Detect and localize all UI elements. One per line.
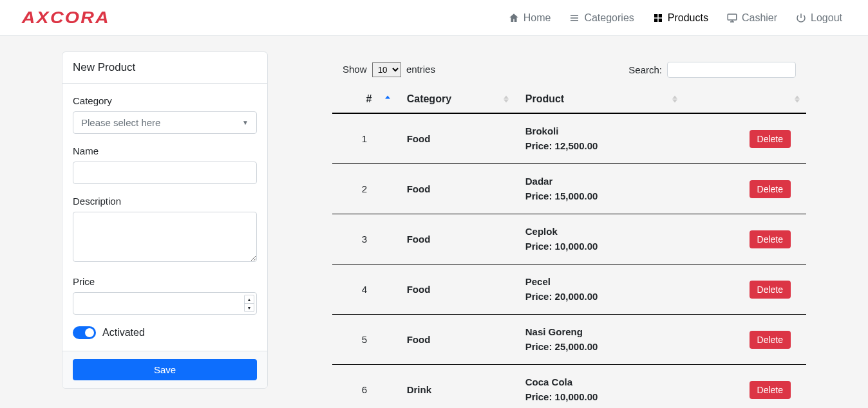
delete-button[interactable]: Delete <box>750 230 791 248</box>
row-category: Food <box>397 164 515 214</box>
col-product[interactable]: Product <box>515 86 684 113</box>
col-idx-label: # <box>366 93 372 104</box>
description-input[interactable] <box>73 212 257 262</box>
sort-down-icon <box>672 100 677 103</box>
sort-up-icon <box>795 96 800 99</box>
row-actions: Delete <box>684 214 806 264</box>
row-actions: Delete <box>684 264 806 315</box>
table-row: 6DrinkCoca ColaPrice: 10,000.00Delete <box>332 365 806 409</box>
price-input[interactable] <box>73 292 257 315</box>
nav-products-label: Products <box>668 12 708 24</box>
row-product: PecelPrice: 20,000.00 <box>515 264 684 315</box>
switch-knob <box>85 328 94 337</box>
power-icon <box>795 12 807 24</box>
description-label: Description <box>73 196 257 207</box>
category-group: Category Please select here ▼ <box>73 95 257 134</box>
products-table: # Category Product <box>332 86 806 408</box>
row-product: Nasi GorengPrice: 25,000.00 <box>515 315 684 365</box>
table-row: 4FoodPecelPrice: 20,000.00Delete <box>332 264 806 315</box>
activated-label: Activated <box>102 327 145 338</box>
sort-icons <box>504 96 509 103</box>
activated-row: Activated <box>73 326 257 339</box>
row-idx: 4 <box>332 264 397 315</box>
svg-rect-0 <box>728 14 737 20</box>
row-idx: 5 <box>332 315 397 365</box>
nav-products[interactable]: Products <box>652 12 708 24</box>
col-actions[interactable] <box>684 86 806 113</box>
table-controls: Show 10 entries Search: <box>332 62 806 86</box>
nav-cashier[interactable]: Cashier <box>726 12 777 24</box>
nav-home[interactable]: Home <box>508 12 551 24</box>
show-label: Show <box>343 64 367 75</box>
delete-button[interactable]: Delete <box>750 281 791 299</box>
row-product: CeplokPrice: 10,000.00 <box>515 214 684 264</box>
sort-up-icon <box>672 96 677 99</box>
table-row: 3FoodCeplokPrice: 10,000.00Delete <box>332 214 806 264</box>
save-button[interactable]: Save <box>73 359 257 380</box>
row-category: Food <box>397 214 515 264</box>
row-category: Drink <box>397 365 515 409</box>
row-idx: 1 <box>332 113 397 164</box>
show-entries-select[interactable]: 10 <box>372 62 401 77</box>
category-select[interactable]: Please select here ▼ <box>73 111 257 134</box>
row-actions: Delete <box>684 164 806 214</box>
table-row: 5FoodNasi GorengPrice: 25,000.00Delete <box>332 315 806 365</box>
nav-logout-label: Logout <box>811 12 842 24</box>
nav-items: Home Categories Products Cashier Logout <box>508 12 842 24</box>
category-placeholder: Please select here <box>81 117 160 128</box>
sort-up-icon <box>504 96 509 99</box>
sort-icons <box>795 96 800 103</box>
row-actions: Delete <box>684 315 806 365</box>
search-row: Search: <box>628 62 796 78</box>
price-spinner: ▲ ▼ <box>244 295 254 312</box>
sort-icons <box>385 96 390 103</box>
card-header: New Product <box>62 52 267 84</box>
show-entries: Show 10 entries <box>343 62 435 77</box>
name-input[interactable] <box>73 162 257 184</box>
sort-up-icon <box>385 96 390 99</box>
row-idx: 2 <box>332 164 397 214</box>
nav-logout[interactable]: Logout <box>795 12 842 24</box>
col-product-label: Product <box>525 93 564 104</box>
col-category[interactable]: Category <box>397 86 515 113</box>
row-actions: Delete <box>684 113 806 164</box>
category-label: Category <box>73 95 257 106</box>
home-icon <box>508 12 520 24</box>
row-product: DadarPrice: 15,000.00 <box>515 164 684 214</box>
search-input[interactable] <box>667 62 796 78</box>
price-group: Price ▲ ▼ <box>73 276 257 315</box>
nav-home-label: Home <box>524 12 551 24</box>
monitor-icon <box>726 12 738 24</box>
brand-logo[interactable]: AXCORA <box>22 8 110 28</box>
price-label: Price <box>73 276 257 287</box>
sort-down-icon <box>504 100 509 103</box>
delete-button[interactable]: Delete <box>750 130 791 148</box>
price-spin-up[interactable]: ▲ <box>245 295 254 304</box>
name-label: Name <box>73 145 257 156</box>
col-category-label: Category <box>407 93 451 104</box>
row-product: BrokoliPrice: 12,500.00 <box>515 113 684 164</box>
card-footer: Save <box>62 351 267 388</box>
activated-toggle[interactable] <box>73 326 96 339</box>
grid-icon <box>652 12 664 24</box>
nav-cashier-label: Cashier <box>742 12 777 24</box>
col-idx[interactable]: # <box>332 86 397 113</box>
delete-button[interactable]: Delete <box>750 331 791 349</box>
search-label: Search: <box>628 64 662 75</box>
card-body: Category Please select here ▼ Name Descr… <box>62 84 267 351</box>
delete-button[interactable]: Delete <box>750 381 791 399</box>
nav-categories-label: Categories <box>584 12 634 24</box>
entries-label: entries <box>406 64 435 75</box>
row-actions: Delete <box>684 365 806 409</box>
table-row: 2FoodDadarPrice: 15,000.00Delete <box>332 164 806 214</box>
new-product-card: New Product Category Please select here … <box>62 51 268 389</box>
sort-down-icon <box>795 100 800 103</box>
description-group: Description <box>73 196 257 264</box>
row-idx: 3 <box>332 214 397 264</box>
nav-categories[interactable]: Categories <box>569 12 634 24</box>
products-table-panel: Show 10 entries Search: # <box>332 51 806 408</box>
delete-button[interactable]: Delete <box>750 180 791 198</box>
price-spin-down[interactable]: ▼ <box>245 304 254 311</box>
name-group: Name <box>73 145 257 184</box>
row-category: Food <box>397 264 515 315</box>
